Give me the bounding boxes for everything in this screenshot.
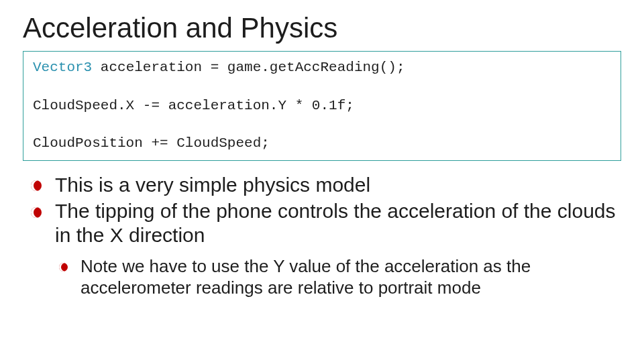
- sub-bullet-text: Note we have to use the Y value of the a…: [80, 256, 531, 298]
- bullet-item-2: The tipping of the phone controls the ac…: [28, 199, 621, 247]
- sub-bullet-item-1: Note we have to use the Y value of the a…: [58, 256, 621, 298]
- code-blank-line: [33, 77, 611, 96]
- slide: Acceleration and Physics Vector3 acceler…: [0, 0, 644, 362]
- bullet-text: This is a very simple physics model: [55, 174, 370, 196]
- bullet-text: The tipping of the phone controls the ac…: [55, 200, 616, 245]
- code-line-3: CloudPosition += CloudSpeed;: [33, 134, 611, 153]
- code-line-2: CloudSpeed.X -= acceleration.Y * 0.1f;: [33, 97, 611, 115]
- slide-title: Acceleration and Physics: [23, 12, 621, 44]
- code-line-1-rest: acceleration = game.getAccReading();: [92, 60, 405, 75]
- bullet-list: This is a very simple physics model The …: [28, 173, 621, 247]
- code-line-1: Vector3 acceleration = game.getAccReadin…: [33, 58, 611, 77]
- bullet-item-1: This is a very simple physics model: [28, 173, 621, 196]
- sub-bullet-list: Note we have to use the Y value of the a…: [58, 256, 621, 298]
- code-type-keyword: Vector3: [33, 60, 92, 75]
- code-blank-line: [33, 115, 611, 134]
- code-box: Vector3 acceleration = game.getAccReadin…: [23, 51, 621, 161]
